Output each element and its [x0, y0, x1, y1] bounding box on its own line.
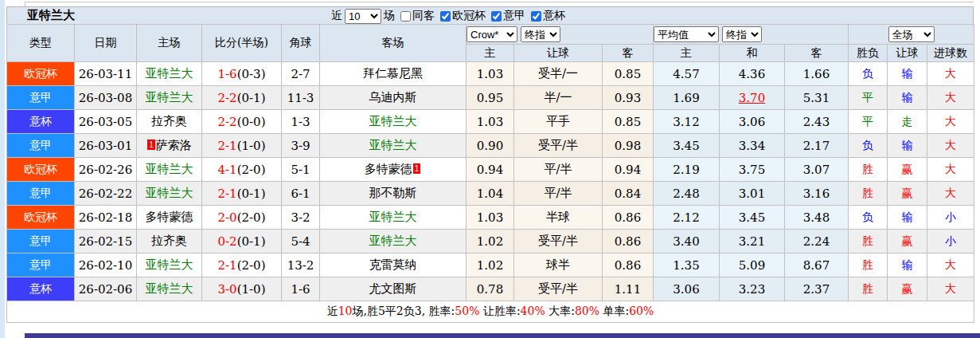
summary-row: 近10场,胜5平2负3, 胜率:50% 让胜率:40% 大率:80% 单率:60… — [7, 301, 974, 323]
euro-home-odds-cell: 3.40 — [654, 230, 720, 254]
filter-checkbox[interactable] — [440, 11, 451, 22]
matches-label: 场 — [384, 9, 395, 23]
score-cell: 2-1(1-0) — [202, 134, 282, 158]
asia-home-odds-cell: 1.03 — [467, 62, 514, 86]
euro-away-odds-cell: 2.17 — [785, 134, 849, 158]
match-scope-select[interactable]: 全场 — [888, 26, 935, 42]
result-outcome-cell: 平 — [849, 86, 888, 110]
result-handicap-cell: 输 — [888, 254, 927, 277]
fulltime-score: 0-2 — [217, 234, 236, 249]
score-cell: 2-2(0-0) — [202, 110, 282, 134]
team-name: 克雷莫纳 — [369, 257, 417, 272]
col-header-date: 日期 — [75, 25, 137, 62]
league-badge-cell: 意甲 — [7, 230, 75, 254]
team-name: 亚特兰大 — [146, 186, 193, 200]
team-name: 萨索洛 — [156, 138, 192, 152]
score-cell: 2-2(0-1) — [202, 86, 282, 110]
fulltime-score: 3-0 — [217, 282, 236, 297]
result-goals-cell: 小 — [927, 230, 974, 254]
col-header-asia-handicap: 让球 — [514, 45, 603, 62]
summary-part: 60% — [629, 305, 654, 317]
filter-checkbox-label[interactable]: 欧冠杯 — [435, 9, 486, 23]
odds-change-link[interactable]: 3.70 — [739, 91, 765, 105]
team-name: 亚特兰大 — [369, 114, 417, 128]
odds-company-final-select[interactable]: 终指 — [521, 26, 560, 42]
euro-draw-odds-cell: 4.36 — [720, 62, 785, 86]
asia-handicap-cell: 受平/半 — [514, 277, 603, 301]
team-name: 亚特兰大 — [369, 234, 417, 248]
euro-away-odds-cell: 1.66 — [785, 62, 849, 86]
league-filter-group: 同客欧冠杯意甲意杯 — [395, 9, 565, 23]
asia-handicap-cell: 平手 — [514, 110, 603, 134]
asia-handicap-cell: 半/一 — [514, 86, 603, 110]
team-name: 拉齐奥 — [151, 234, 187, 248]
home-team-cell: 亚特兰大 — [137, 158, 202, 182]
result-outcome-cell: 胜 — [849, 277, 888, 301]
league-badge-cell: 意甲 — [7, 182, 75, 206]
league-badge-cell: 意杯 — [7, 110, 75, 134]
euro-draw-odds-cell: 3.06 — [720, 110, 785, 134]
asia-away-odds-cell: 0.98 — [603, 134, 654, 158]
table-row: 意甲26-03-08亚特兰大2-2(0-1)11-3乌迪内斯0.95半/一0.9… — [7, 86, 974, 110]
col-header-euro-draw: 和 — [720, 45, 785, 62]
col-header-euro-home: 主 — [654, 45, 720, 62]
col-header-result-goals: 进球数 — [927, 45, 974, 62]
asia-handicap-cell: 平/半 — [514, 158, 603, 182]
league-badge-cell: 欧冠杯 — [7, 206, 75, 230]
fulltime-score: 2-1 — [217, 187, 236, 201]
odds-company-select[interactable]: Crow* — [467, 26, 517, 42]
halftime-score: (0-1) — [237, 91, 266, 105]
away-team-cell: 乌迪内斯 — [320, 86, 467, 110]
filter-checkbox[interactable] — [531, 11, 541, 22]
result-goals-cell: 大 — [927, 254, 974, 277]
rank-badge: 1 — [147, 140, 155, 150]
home-team-cell: 拉齐奥 — [137, 110, 202, 134]
bottom-divider-bar — [25, 333, 980, 338]
filter-checkbox-label[interactable]: 意杯 — [525, 9, 565, 23]
result-outcome-cell: 平 — [849, 110, 888, 134]
recent-count-select[interactable]: 10 — [345, 9, 381, 24]
filter-checkbox-label[interactable]: 意甲 — [486, 9, 525, 23]
result-handicap-cell: 走 — [888, 110, 927, 134]
title-bar: 亚特兰大 近 10 场 同客欧冠杯意甲意杯 — [6, 6, 974, 24]
away-team-cell: 克雷莫纳 — [320, 254, 467, 277]
odds-average-final-select[interactable]: 终指 — [722, 26, 762, 42]
result-handicap-cell: 输 — [888, 86, 927, 110]
euro-away-odds-cell: 3.07 — [785, 158, 849, 182]
result-goals-cell: 大 — [927, 134, 974, 158]
col-header-result-handicap: 让球 — [888, 45, 927, 62]
home-team-cell: 亚特兰大 — [137, 86, 202, 110]
home-team-cell: 拉齐奥 — [137, 230, 202, 254]
halftime-score: (0-1) — [237, 187, 266, 201]
euro-away-odds-cell: 2.24 — [785, 230, 849, 254]
table-row: 意杯26-03-05拉齐奥2-2(0-0)1-3亚特兰大1.03平手0.853.… — [7, 110, 974, 134]
odds-average-select[interactable]: 平均值 — [654, 26, 719, 42]
col-header-euro-away: 客 — [785, 45, 849, 62]
halftime-score: (0-0) — [237, 115, 266, 129]
away-team-cell: 拜仁慕尼黑 — [320, 62, 467, 86]
result-goals-cell: 大 — [927, 62, 974, 86]
filter-checkbox-text: 意甲 — [503, 9, 525, 23]
filter-checkbox[interactable] — [400, 11, 411, 22]
result-scope-select-group: 全场 — [849, 25, 974, 45]
euro-away-odds-cell: 3.48 — [785, 206, 849, 230]
fulltime-score: 2-1 — [217, 139, 236, 153]
fulltime-score: 4-1 — [217, 163, 236, 177]
asia-home-odds-cell: 0.78 — [467, 277, 514, 301]
result-handicap-cell: 赢 — [888, 158, 927, 182]
table-row: 欧冠杯26-03-11亚特兰大1-6(0-3)2-7拜仁慕尼黑1.03受半/一0… — [7, 62, 974, 86]
score-cell: 0-2(0-1) — [202, 230, 282, 254]
euro-home-odds-cell: 2.19 — [654, 158, 720, 182]
filter-checkbox[interactable] — [491, 11, 502, 22]
asia-home-odds-cell: 0.94 — [467, 158, 514, 182]
result-outcome-cell: 负 — [849, 206, 888, 230]
euro-home-odds-cell: 1.69 — [654, 86, 720, 110]
home-team-cell: 多特蒙德 — [137, 206, 202, 230]
euro-home-odds-cell: 3.06 — [654, 277, 720, 301]
summary-part: 近 — [327, 305, 338, 317]
col-header-type: 类型 — [7, 25, 75, 62]
away-team-cell: 亚特兰大 — [320, 110, 467, 134]
euro-home-odds-cell: 1.35 — [654, 254, 720, 277]
asia-away-odds-cell: 1.11 — [603, 277, 654, 301]
filter-checkbox-label[interactable]: 同客 — [395, 9, 435, 23]
